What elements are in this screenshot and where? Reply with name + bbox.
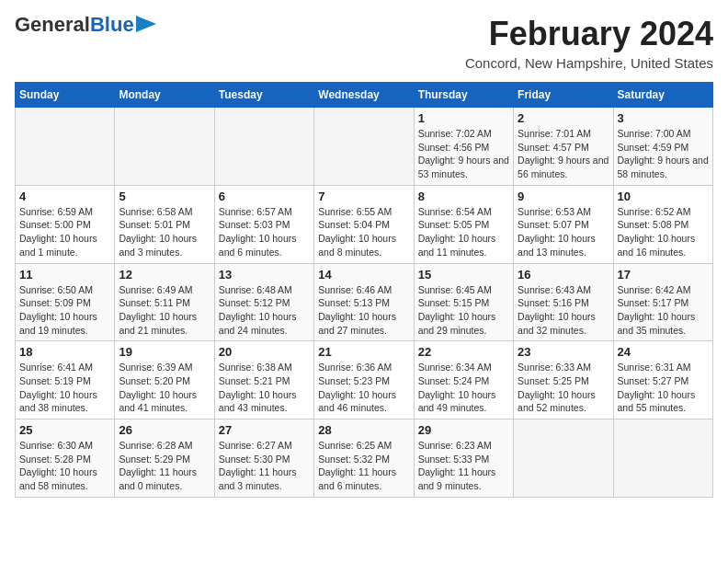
day-number: 21 xyxy=(318,345,409,359)
calendar-cell: 20Sunrise: 6:38 AMSunset: 5:21 PMDayligh… xyxy=(214,341,313,419)
calendar-cell: 6Sunrise: 6:57 AMSunset: 5:03 PMDaylight… xyxy=(214,185,313,263)
day-number: 13 xyxy=(219,268,310,282)
header: GeneralBlue February 2024 Concord, New H… xyxy=(15,15,713,71)
calendar-cell: 23Sunrise: 6:33 AMSunset: 5:25 PMDayligh… xyxy=(514,341,613,419)
day-number: 28 xyxy=(318,423,409,437)
day-info: Sunrise: 6:43 AMSunset: 5:16 PMDaylight:… xyxy=(518,283,609,338)
day-info: Sunrise: 6:33 AMSunset: 5:25 PMDaylight:… xyxy=(518,361,609,415)
main-title: February 2024 xyxy=(465,15,713,53)
day-number: 22 xyxy=(418,345,509,359)
calendar-cell: 15Sunrise: 6:45 AMSunset: 5:15 PMDayligh… xyxy=(414,263,513,341)
day-number: 4 xyxy=(19,190,110,203)
day-info: Sunrise: 6:46 AMSunset: 5:13 PMDaylight:… xyxy=(318,283,409,338)
day-info: Sunrise: 6:49 AMSunset: 5:11 PMDaylight:… xyxy=(119,283,210,338)
day-info: Sunrise: 6:50 AMSunset: 5:09 PMDaylight:… xyxy=(19,283,110,338)
day-number: 7 xyxy=(318,190,409,203)
calendar-week-row: 18Sunrise: 6:41 AMSunset: 5:19 PMDayligh… xyxy=(16,341,713,419)
calendar-cell xyxy=(514,419,613,498)
day-number: 27 xyxy=(219,423,310,437)
calendar-cell: 14Sunrise: 6:46 AMSunset: 5:13 PMDayligh… xyxy=(314,263,414,341)
calendar-cell: 7Sunrise: 6:55 AMSunset: 5:04 PMDaylight… xyxy=(314,185,414,263)
calendar-cell: 17Sunrise: 6:42 AMSunset: 5:17 PMDayligh… xyxy=(613,263,712,341)
day-info: Sunrise: 6:34 AMSunset: 5:24 PMDaylight:… xyxy=(418,361,509,415)
day-of-week-header: Tuesday xyxy=(214,83,313,108)
calendar-cell: 4Sunrise: 6:59 AMSunset: 5:00 PMDaylight… xyxy=(16,185,115,263)
calendar-cell: 16Sunrise: 6:43 AMSunset: 5:16 PMDayligh… xyxy=(514,263,613,341)
day-number: 1 xyxy=(418,111,509,125)
day-number: 10 xyxy=(618,190,709,203)
calendar-table: SundayMondayTuesdayWednesdayThursdayFrid… xyxy=(15,82,713,498)
day-info: Sunrise: 6:36 AMSunset: 5:23 PMDaylight:… xyxy=(318,361,409,415)
calendar-cell xyxy=(115,108,214,186)
day-info: Sunrise: 6:58 AMSunset: 5:01 PMDaylight:… xyxy=(119,205,210,259)
calendar-cell: 18Sunrise: 6:41 AMSunset: 5:19 PMDayligh… xyxy=(16,341,115,419)
calendar-cell: 19Sunrise: 6:39 AMSunset: 5:20 PMDayligh… xyxy=(115,341,214,419)
calendar-cell xyxy=(16,108,115,186)
day-info: Sunrise: 6:23 AMSunset: 5:33 PMDaylight:… xyxy=(418,439,509,493)
calendar-cell: 24Sunrise: 6:31 AMSunset: 5:27 PMDayligh… xyxy=(613,341,712,419)
title-area: February 2024 Concord, New Hampshire, Un… xyxy=(465,15,713,71)
day-info: Sunrise: 7:02 AMSunset: 4:56 PMDaylight:… xyxy=(418,127,509,181)
calendar-week-row: 11Sunrise: 6:50 AMSunset: 5:09 PMDayligh… xyxy=(16,263,713,341)
calendar-cell xyxy=(314,108,414,186)
day-info: Sunrise: 6:38 AMSunset: 5:21 PMDaylight:… xyxy=(219,361,310,415)
calendar-week-row: 1Sunrise: 7:02 AMSunset: 4:56 PMDaylight… xyxy=(16,108,713,186)
calendar-cell: 25Sunrise: 6:30 AMSunset: 5:28 PMDayligh… xyxy=(16,419,115,498)
day-info: Sunrise: 6:48 AMSunset: 5:12 PMDaylight:… xyxy=(219,283,310,338)
day-info: Sunrise: 6:27 AMSunset: 5:30 PMDaylight:… xyxy=(219,439,310,493)
day-of-week-header: Friday xyxy=(514,83,613,108)
day-number: 24 xyxy=(618,345,709,359)
calendar-header: SundayMondayTuesdayWednesdayThursdayFrid… xyxy=(16,83,713,108)
calendar-cell: 26Sunrise: 6:28 AMSunset: 5:29 PMDayligh… xyxy=(115,419,214,498)
calendar-body: 1Sunrise: 7:02 AMSunset: 4:56 PMDaylight… xyxy=(16,108,713,498)
calendar-cell: 2Sunrise: 7:01 AMSunset: 4:57 PMDaylight… xyxy=(514,108,613,186)
day-info: Sunrise: 6:53 AMSunset: 5:07 PMDaylight:… xyxy=(518,205,609,259)
day-number: 14 xyxy=(318,268,409,282)
calendar-cell: 9Sunrise: 6:53 AMSunset: 5:07 PMDaylight… xyxy=(514,185,613,263)
day-number: 16 xyxy=(518,268,609,282)
day-of-week-header: Thursday xyxy=(414,83,513,108)
day-info: Sunrise: 6:57 AMSunset: 5:03 PMDaylight:… xyxy=(219,205,310,259)
logo-text: GeneralBlue xyxy=(15,15,134,35)
calendar-cell: 21Sunrise: 6:36 AMSunset: 5:23 PMDayligh… xyxy=(314,341,414,419)
calendar-cell: 12Sunrise: 6:49 AMSunset: 5:11 PMDayligh… xyxy=(115,263,214,341)
calendar-cell: 27Sunrise: 6:27 AMSunset: 5:30 PMDayligh… xyxy=(214,419,313,498)
day-number: 6 xyxy=(219,190,310,203)
logo-arrow-icon xyxy=(136,16,156,32)
day-number: 2 xyxy=(518,111,609,125)
day-number: 25 xyxy=(19,423,110,437)
day-info: Sunrise: 6:30 AMSunset: 5:28 PMDaylight:… xyxy=(19,439,110,493)
calendar-week-row: 4Sunrise: 6:59 AMSunset: 5:00 PMDaylight… xyxy=(16,185,713,263)
day-number: 5 xyxy=(119,190,210,203)
day-number: 8 xyxy=(418,190,509,203)
day-number: 18 xyxy=(19,345,110,359)
day-info: Sunrise: 7:00 AMSunset: 4:59 PMDaylight:… xyxy=(618,127,709,181)
calendar-week-row: 25Sunrise: 6:30 AMSunset: 5:28 PMDayligh… xyxy=(16,419,713,498)
calendar-cell: 11Sunrise: 6:50 AMSunset: 5:09 PMDayligh… xyxy=(16,263,115,341)
day-info: Sunrise: 7:01 AMSunset: 4:57 PMDaylight:… xyxy=(518,127,609,181)
calendar-cell: 22Sunrise: 6:34 AMSunset: 5:24 PMDayligh… xyxy=(414,341,513,419)
day-info: Sunrise: 6:42 AMSunset: 5:17 PMDaylight:… xyxy=(618,283,709,338)
day-number: 19 xyxy=(119,345,210,359)
day-info: Sunrise: 6:59 AMSunset: 5:00 PMDaylight:… xyxy=(19,205,110,259)
day-number: 29 xyxy=(418,423,509,437)
calendar-cell: 8Sunrise: 6:54 AMSunset: 5:05 PMDaylight… xyxy=(414,185,513,263)
day-info: Sunrise: 6:54 AMSunset: 5:05 PMDaylight:… xyxy=(418,205,509,259)
subtitle: Concord, New Hampshire, United States xyxy=(465,55,713,71)
day-info: Sunrise: 6:55 AMSunset: 5:04 PMDaylight:… xyxy=(318,205,409,259)
svg-marker-0 xyxy=(136,16,156,32)
day-number: 11 xyxy=(19,268,110,282)
day-info: Sunrise: 6:31 AMSunset: 5:27 PMDaylight:… xyxy=(618,361,709,415)
day-info: Sunrise: 6:28 AMSunset: 5:29 PMDaylight:… xyxy=(119,439,210,493)
day-number: 26 xyxy=(119,423,210,437)
day-info: Sunrise: 6:41 AMSunset: 5:19 PMDaylight:… xyxy=(19,361,110,415)
day-of-week-header: Wednesday xyxy=(314,83,414,108)
calendar-cell: 13Sunrise: 6:48 AMSunset: 5:12 PMDayligh… xyxy=(214,263,313,341)
day-number: 9 xyxy=(518,190,609,203)
calendar-cell: 29Sunrise: 6:23 AMSunset: 5:33 PMDayligh… xyxy=(414,419,513,498)
logo: GeneralBlue xyxy=(15,15,156,35)
day-number: 23 xyxy=(518,345,609,359)
day-number: 15 xyxy=(418,268,509,282)
day-number: 3 xyxy=(618,111,709,125)
day-number: 12 xyxy=(119,268,210,282)
